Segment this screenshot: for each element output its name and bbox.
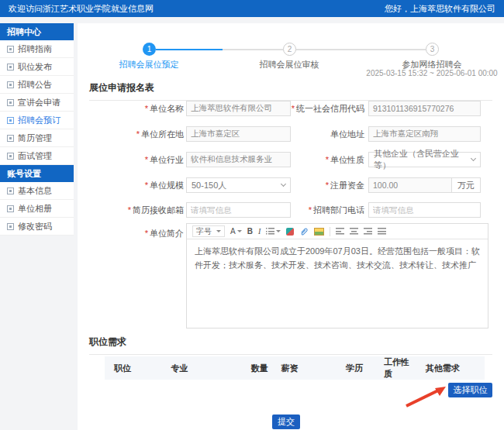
col-position: 职位 bbox=[105, 356, 162, 380]
sidebar-item-label: 招聘公告 bbox=[18, 79, 52, 91]
menu-square-icon bbox=[7, 99, 14, 106]
nature-select[interactable]: 其他企业（含民营企业等） bbox=[368, 152, 481, 167]
menu-square-icon bbox=[7, 81, 14, 88]
menu-square-icon bbox=[7, 117, 14, 124]
nature-label: *单位性质 bbox=[278, 152, 364, 167]
step-3-circle: 3 bbox=[426, 43, 439, 56]
sidebar-item-jobfair-booking[interactable]: 招聘会预订 bbox=[0, 112, 74, 129]
sidebar-section-account-settings: 账号设置 bbox=[0, 165, 74, 182]
col-education: 学历 bbox=[337, 356, 375, 380]
site-title: 欢迎访问浙江艺术职业学院就业信息网 bbox=[9, 3, 154, 15]
address-label: 单位地址 bbox=[278, 126, 364, 142]
sidebar-item-resume-manage[interactable]: 简历管理 bbox=[0, 129, 74, 147]
menu-square-icon bbox=[7, 223, 14, 230]
annotation-arrow bbox=[402, 384, 450, 408]
bold-button[interactable]: B bbox=[247, 227, 253, 236]
align-right-button[interactable] bbox=[364, 228, 372, 235]
required-mark: * bbox=[136, 129, 140, 139]
sidebar-item-label: 宣讲会申请 bbox=[18, 97, 60, 108]
sidebar-item-company-album[interactable]: 单位相册 bbox=[0, 200, 74, 218]
user-greeting[interactable]: 您好，上海萃思软件有限公司 bbox=[385, 3, 495, 15]
main-content: 1 2 3 招聘会展位预定 招聘会展位审核 参加网络招聘会 2025-03-15… bbox=[78, 23, 504, 430]
font-size-select[interactable]: 字号 bbox=[192, 225, 225, 237]
scale-select-value: 50-150人 bbox=[192, 180, 226, 191]
sidebar-item-basic-info[interactable]: 基本信息 bbox=[0, 182, 74, 200]
sidebar-item-infosession-apply[interactable]: 宣讲会申请 bbox=[0, 94, 74, 112]
menu-square-icon bbox=[7, 153, 14, 160]
step-connector bbox=[223, 49, 283, 50]
sidebar-item-label: 招聘指南 bbox=[18, 43, 52, 55]
required-mark: * bbox=[145, 104, 148, 113]
capital-input[interactable] bbox=[368, 177, 451, 193]
scale-select[interactable]: 50-150人 bbox=[186, 177, 291, 193]
step-connector bbox=[296, 49, 426, 50]
font-size-label: 字号 bbox=[196, 226, 212, 237]
link-button[interactable] bbox=[299, 227, 309, 236]
sidebar-item-label: 简历管理 bbox=[18, 132, 52, 144]
align-justify-icon bbox=[378, 228, 386, 235]
resume-email-label: *简历接收邮箱 bbox=[85, 202, 184, 218]
required-mark: * bbox=[145, 229, 148, 238]
image-button[interactable] bbox=[314, 228, 324, 236]
step-connector-active bbox=[156, 49, 223, 50]
jobs-table: 职位 专业 数量 薪资 学历 工作性质 其他需求 bbox=[105, 356, 485, 380]
menu-square-icon bbox=[7, 64, 14, 71]
step-2-label: 招聘会展位审核 bbox=[260, 59, 319, 71]
col-other: 其他需求 bbox=[416, 356, 485, 380]
image-icon bbox=[314, 228, 324, 236]
format-brush-button[interactable] bbox=[286, 228, 294, 236]
topbar: 欢迎访问浙江艺术职业学院就业信息网 您好，上海萃思软件有限公司 bbox=[0, 0, 504, 17]
district-input[interactable] bbox=[186, 126, 291, 142]
sidebar-item-label: 招聘会预订 bbox=[18, 115, 60, 126]
sidebar-item-change-password[interactable]: 修改密码 bbox=[0, 218, 74, 236]
required-mark: * bbox=[309, 205, 312, 215]
industry-label: *单位行业 bbox=[85, 152, 184, 167]
sidebar-item-announcement[interactable]: 招聘公告 bbox=[0, 76, 74, 94]
format-brush-icon bbox=[286, 228, 294, 236]
intro-content[interactable]: 上海萃思软件有限公司成立于2009年07月03日。经营范围包括一般项目：软件开发… bbox=[187, 239, 488, 277]
align-left-button[interactable] bbox=[336, 228, 344, 235]
submit-button[interactable]: 提交 bbox=[272, 415, 300, 429]
required-mark: * bbox=[326, 181, 329, 190]
italic-button[interactable]: I bbox=[258, 227, 261, 236]
sidebar-item-post-job[interactable]: 职位发布 bbox=[0, 58, 74, 76]
align-right-icon bbox=[364, 228, 372, 235]
step-1-label: 招聘会展位预定 bbox=[119, 59, 179, 71]
credit-code-label: *统一社会信用代码 bbox=[278, 101, 364, 116]
sidebar-item-label: 修改密码 bbox=[18, 221, 52, 232]
company-name-label: *单位名称 bbox=[85, 101, 184, 116]
required-mark: * bbox=[326, 155, 329, 164]
resume-email-input[interactable] bbox=[186, 202, 291, 218]
sidebar-item-interview-manage[interactable]: 面试管理 bbox=[0, 147, 74, 165]
col-job-type: 工作性质 bbox=[375, 356, 416, 380]
menu-square-icon bbox=[7, 187, 14, 194]
step-2-circle: 2 bbox=[283, 43, 296, 56]
align-center-icon bbox=[350, 228, 358, 235]
jobs-title: 职位需求 bbox=[89, 335, 492, 355]
dept-phone-input[interactable] bbox=[368, 202, 481, 218]
paperclip-icon bbox=[299, 227, 309, 236]
address-input[interactable] bbox=[368, 126, 481, 142]
select-position-button[interactable]: 选择职位 bbox=[448, 383, 492, 397]
sidebar-item-recruit-guide[interactable]: 招聘指南 bbox=[0, 40, 74, 58]
company-name-input[interactable] bbox=[186, 101, 291, 116]
capital-unit: 万元 bbox=[451, 177, 481, 193]
industry-input[interactable] bbox=[186, 152, 291, 167]
sidebar: 招聘中心 招聘指南 职位发布 招聘公告 宣讲会申请 招聘会预订 简历管理 面试管… bbox=[0, 23, 74, 236]
col-major: 专业 bbox=[162, 356, 242, 380]
caret-down-icon bbox=[276, 230, 281, 235]
capital-label: *注册资金 bbox=[278, 177, 364, 193]
district-label: *单位所在地 bbox=[85, 126, 184, 142]
align-center-button[interactable] bbox=[350, 228, 358, 235]
editor-toolbar: 字号 A B I bbox=[187, 224, 488, 239]
menu-square-icon bbox=[7, 46, 14, 53]
toolbar-divider bbox=[330, 227, 330, 236]
font-color-button[interactable]: A bbox=[230, 227, 242, 236]
step-3-daterange: 2025-03-15 15:32 ~ 2025-06-01 00:00 bbox=[366, 69, 497, 77]
col-count: 数量 bbox=[241, 356, 271, 380]
credit-code-input[interactable] bbox=[368, 101, 481, 116]
list-button[interactable] bbox=[266, 228, 281, 235]
align-justify-button[interactable] bbox=[378, 228, 386, 235]
sidebar-item-label: 基本信息 bbox=[18, 185, 52, 197]
required-mark: * bbox=[145, 155, 148, 164]
